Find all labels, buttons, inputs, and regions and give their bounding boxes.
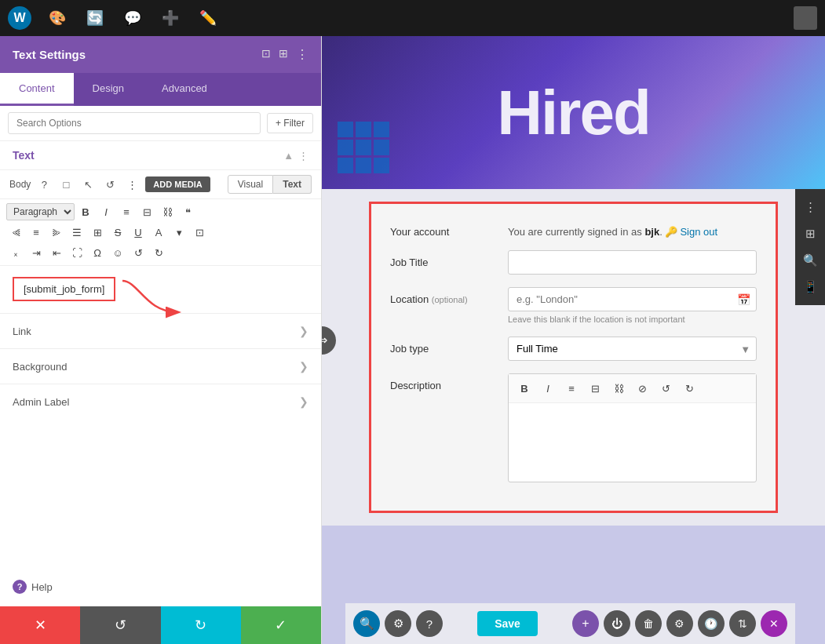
save-button[interactable]: Save	[477, 611, 538, 636]
more-fmt-btn[interactable]: ▾	[170, 223, 188, 242]
omega-btn[interactable]: Ω	[88, 243, 107, 262]
check-bottom-btn[interactable]: ✓	[241, 606, 321, 644]
sidebar-more-icon[interactable]: ⋮	[798, 195, 822, 219]
desc-bold-btn[interactable]: B	[513, 378, 535, 398]
job-title-wrap	[508, 250, 757, 275]
underline-btn[interactable]: U	[129, 223, 148, 242]
format-row-3: ₓ ⇥ ⇤ ⛶ Ω ☺ ↺ ↻	[6, 243, 315, 262]
desc-unlink-btn[interactable]: ⊘	[631, 378, 653, 398]
tab-design[interactable]: Design	[74, 73, 143, 106]
help-area[interactable]: ? Help	[0, 567, 321, 606]
wordpress-icon[interactable]: W	[8, 6, 31, 30]
color-btn[interactable]: A	[149, 223, 168, 242]
emoji-btn[interactable]: ☺	[108, 243, 127, 262]
gear-bottom-btn[interactable]: ⚙	[666, 610, 693, 637]
align-right-btn[interactable]: ⫸	[47, 223, 66, 242]
device-icon[interactable]: □	[57, 176, 75, 193]
close-bottom-btn[interactable]: ✕	[0, 606, 80, 644]
location-calendar-icon: 📅	[737, 293, 750, 306]
trash-bottom-btn[interactable]: 🗑	[635, 610, 662, 637]
redo-bottom-btn[interactable]: ↻	[161, 606, 241, 644]
link-chevron: ❯	[299, 325, 308, 337]
more-body-icon[interactable]: ⋮	[123, 176, 141, 193]
background-section[interactable]: Background ❯	[0, 348, 321, 384]
admin-label-section[interactable]: Admin Label ❯	[0, 384, 321, 419]
undo-bottom-btn[interactable]: ↺	[80, 606, 160, 644]
filter-button[interactable]: + Filter	[267, 113, 313, 133]
close-right-btn[interactable]: ✕	[761, 610, 787, 637]
text-tab[interactable]: Text	[273, 175, 312, 194]
ul-btn[interactable]: ≡	[117, 202, 136, 221]
add-bottom-btn[interactable]: +	[572, 610, 599, 637]
responsive-icon[interactable]: ⊡	[261, 47, 271, 62]
visual-tab[interactable]: Visual	[228, 175, 273, 194]
undo-body-icon[interactable]: ↺	[101, 176, 119, 193]
ol-btn[interactable]: ⊟	[137, 202, 156, 221]
redo-fmt-btn[interactable]: ↻	[149, 243, 168, 262]
power-bottom-btn[interactable]: ⏻	[604, 610, 630, 637]
undo-fmt-btn[interactable]: ↺	[129, 243, 148, 262]
comment-icon[interactable]: 💬	[121, 6, 144, 30]
collapse-icon[interactable]: ▲	[283, 150, 294, 162]
italic-btn[interactable]: I	[97, 202, 115, 221]
indent-btn[interactable]: ⇥	[27, 243, 46, 262]
bold-btn[interactable]: B	[76, 202, 95, 221]
more-icon[interactable]: ⋮	[296, 47, 308, 62]
pointer-icon[interactable]: ↖	[79, 176, 97, 193]
job-title-input[interactable]	[508, 250, 757, 275]
tab-content[interactable]: Content	[0, 73, 74, 106]
strikethrough-btn[interactable]: S	[108, 223, 127, 242]
tab-advanced[interactable]: Advanced	[143, 73, 226, 106]
align-justify-btn[interactable]: ☰	[68, 223, 86, 242]
plus-icon[interactable]: ➕	[159, 6, 182, 30]
search-bottom-icon[interactable]: 🔍	[353, 610, 380, 637]
job-type-label: Job type	[390, 337, 508, 355]
sub-btn[interactable]: ₓ	[6, 243, 25, 262]
admin-label: Admin Label	[13, 396, 69, 408]
outdent-btn[interactable]: ⇤	[47, 243, 66, 262]
avatar[interactable]	[794, 6, 817, 30]
desc-content[interactable]	[509, 403, 756, 482]
arrow-indicator	[122, 273, 193, 320]
palette-icon[interactable]: 🎨	[46, 6, 69, 30]
arrows-bottom-btn[interactable]: ⇅	[729, 610, 756, 637]
sign-out-link[interactable]: 🔑 Sign out	[665, 226, 717, 238]
align-center-btn[interactable]: ≡	[27, 223, 46, 242]
align-left-btn[interactable]: ⫷	[6, 223, 25, 242]
desc-toolbar: B I ≡ ⊟ ⛓ ⊘ ↺ ↻	[509, 374, 756, 403]
desc-undo-btn[interactable]: ↺	[655, 378, 677, 398]
help-bottom-icon[interactable]: ?	[416, 610, 443, 637]
paragraph-select[interactable]: Paragraph	[6, 203, 75, 220]
location-wrap: 📅 Leave this blank if the location is no…	[508, 287, 757, 324]
settings-bottom-icon[interactable]: ⚙	[385, 610, 411, 637]
desc-redo-btn[interactable]: ↻	[678, 378, 700, 398]
desc-link-btn[interactable]: ⛓	[608, 378, 630, 398]
refresh-icon[interactable]: 🔄	[83, 6, 107, 30]
sidebar-grid-icon[interactable]: ⊞	[798, 222, 822, 246]
section-more-icon[interactable]: ⋮	[298, 150, 308, 162]
format-row-1: Paragraph B I ≡ ⊟ ⛓ ❝	[6, 202, 315, 221]
desc-ul-btn[interactable]: ≡	[560, 378, 582, 398]
clock-bottom-btn[interactable]: 🕐	[698, 610, 725, 637]
sidebar-search-icon[interactable]: 🔍	[798, 249, 822, 272]
search-input[interactable]	[8, 112, 261, 134]
desc-ol-btn[interactable]: ⊟	[584, 378, 606, 398]
visual-text-tabs: Visual Text	[228, 175, 312, 194]
blockquote-btn[interactable]: ❝	[178, 202, 197, 221]
fullscreen-btn[interactable]: ⛶	[68, 243, 86, 262]
columns-icon[interactable]: ⊞	[279, 47, 288, 62]
location-input[interactable]	[508, 287, 757, 311]
description-wrap: B I ≡ ⊟ ⛓ ⊘ ↺ ↻	[508, 373, 757, 482]
link-btn[interactable]: ⛓	[158, 202, 177, 221]
right-sidebar: ⋮ ⊞ 🔍 📱	[795, 189, 825, 305]
table-btn[interactable]: ⊞	[88, 223, 107, 242]
desc-italic-btn[interactable]: I	[537, 378, 559, 398]
add-media-button[interactable]: ADD MEDIA	[145, 176, 210, 192]
job-type-select[interactable]: Full Time Part Time Freelance Internship	[508, 337, 757, 361]
shortcode-box[interactable]: [submit_job_form]	[13, 277, 115, 301]
sidebar-phone-icon[interactable]: 📱	[798, 275, 822, 299]
help-icon[interactable]: ?	[35, 176, 53, 193]
pen-icon[interactable]: ✏️	[196, 6, 220, 30]
location-input-wrap: 📅	[508, 287, 757, 311]
paste-btn[interactable]: ⊡	[190, 223, 209, 242]
